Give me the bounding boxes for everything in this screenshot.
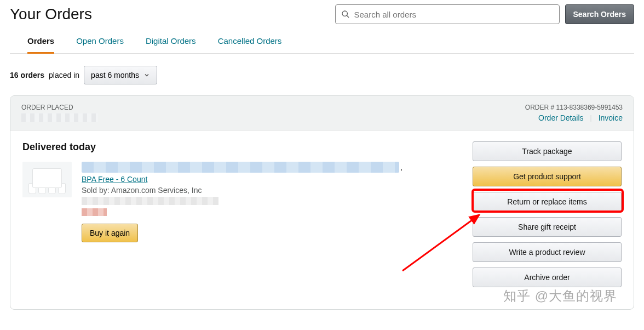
watermark-text: 知乎 @大鱼的视界	[503, 287, 617, 305]
archive-order-button[interactable]: Archive order	[473, 268, 622, 287]
write-review-button[interactable]: Write a product review	[473, 242, 622, 262]
filter-row: 16 orders placed in past 6 months	[10, 54, 634, 95]
search-input[interactable]	[354, 10, 554, 19]
share-gift-receipt-button[interactable]: Share gift receipt	[473, 217, 622, 237]
detail-masked-line-2	[82, 208, 107, 216]
order-placed-label: ORDER PLACED	[21, 104, 98, 111]
delivery-status: Delivered today	[22, 141, 462, 153]
link-separator: |	[590, 114, 592, 122]
page-title: Your Orders	[10, 5, 92, 23]
sold-by-text: Sold by: Amazon.com Services, Inc	[82, 186, 403, 195]
product-title-link[interactable]: BPA Free - 6 Count	[82, 175, 403, 184]
invoice-link[interactable]: Invoice	[599, 113, 623, 122]
return-or-replace-button[interactable]: Return or replace items	[473, 192, 622, 212]
tab-open-orders[interactable]: Open Orders	[76, 31, 124, 53]
date-range-select[interactable]: past 6 months	[84, 66, 157, 84]
search-icon	[341, 10, 350, 19]
date-range-value: past 6 months	[91, 71, 139, 79]
order-number: ORDER # 113-8338369-5991453	[525, 104, 623, 111]
buy-it-again-button[interactable]: Buy it again	[82, 224, 138, 242]
tab-orders[interactable]: Orders	[27, 31, 54, 54]
product-title-masked	[82, 162, 399, 173]
detail-masked-line-1	[82, 197, 219, 205]
track-package-button[interactable]: Track package	[473, 141, 622, 161]
tab-cancelled-orders[interactable]: Cancelled Orders	[218, 31, 282, 53]
order-details-link[interactable]: Order Details	[538, 113, 583, 122]
order-item-row: , BPA Free - 6 Count Sold by: Amazon.com…	[22, 162, 462, 242]
product-thumbnail[interactable]	[22, 162, 72, 197]
order-card: ORDER PLACED ORDER # 113-8338369-5991453…	[10, 95, 634, 310]
svg-point-0	[342, 11, 347, 16]
order-placed-date-masked	[21, 113, 98, 122]
order-count: 16 orders	[10, 71, 44, 79]
tab-digital-orders[interactable]: Digital Orders	[146, 31, 196, 53]
order-header: ORDER PLACED ORDER # 113-8338369-5991453…	[10, 96, 634, 130]
search-box[interactable]	[335, 4, 560, 24]
get-product-support-button[interactable]: Get product support	[473, 167, 622, 186]
svg-line-1	[347, 15, 349, 18]
placed-in-text: placed in	[49, 71, 79, 79]
search-orders-button[interactable]: Search Orders	[565, 4, 635, 24]
chevron-down-icon	[143, 72, 150, 78]
order-tabs: Orders Open Orders Digital Orders Cancel…	[10, 31, 634, 54]
